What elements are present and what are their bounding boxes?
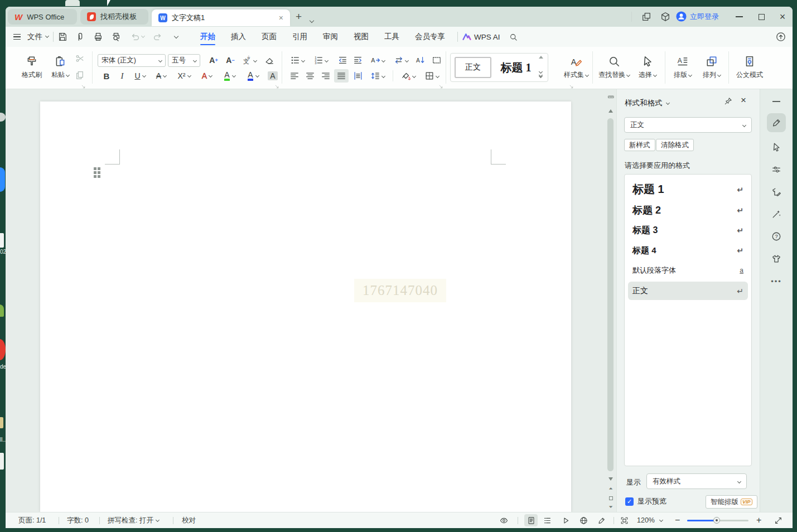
undo-button[interactable] <box>131 32 141 42</box>
char-shading-button[interactable]: A <box>265 69 280 83</box>
menu-review[interactable]: 审阅 <box>315 27 346 47</box>
bold-button[interactable]: B <box>99 69 114 83</box>
desktop-icon-fragment[interactable] <box>0 339 6 360</box>
workspace-cube-icon[interactable] <box>660 12 670 22</box>
word-count[interactable]: 字数: 0 <box>67 512 89 528</box>
scrollbar-thumb[interactable] <box>607 118 614 471</box>
print-button[interactable] <box>93 32 103 42</box>
desktop-icon-fragment[interactable] <box>0 453 4 470</box>
find-replace-button[interactable]: 查找替换 <box>596 50 632 85</box>
smart-typeset-button[interactable]: 智能排版 VIP <box>706 495 757 509</box>
undo-chevron-icon[interactable] <box>141 34 145 38</box>
numbered-list-button[interactable] <box>311 54 331 67</box>
panel-title[interactable]: 样式和格式 <box>625 98 669 108</box>
close-panel-icon[interactable]: × <box>741 95 746 106</box>
align-left-button[interactable] <box>287 69 302 83</box>
page-view-button[interactable] <box>524 514 538 526</box>
current-style-select[interactable]: 正文 <box>624 117 752 133</box>
preview-eye-icon[interactable] <box>500 512 508 528</box>
italic-button[interactable]: I <box>115 69 129 83</box>
desktop-icon-fragment[interactable] <box>0 167 5 192</box>
sort-button[interactable] <box>413 54 428 67</box>
login-button[interactable]: 立即登录 <box>676 11 719 22</box>
ink-pen-button[interactable] <box>597 512 606 528</box>
pinyin-guide-button[interactable] <box>240 54 259 67</box>
export-pdf-button[interactable] <box>75 32 85 42</box>
shrink-font-button[interactable]: A− <box>223 54 238 67</box>
desktop-icon-fragment[interactable] <box>0 233 4 248</box>
menu-page[interactable]: 页面 <box>254 27 284 47</box>
justify-button[interactable] <box>334 69 349 83</box>
checkbox-checked-icon[interactable]: ✓ <box>625 497 634 506</box>
panel-title-chevron-icon[interactable] <box>665 100 669 104</box>
font-color-button[interactable]: A <box>243 69 263 83</box>
arrange-button[interactable]: 排列 <box>697 50 726 85</box>
new-style-button[interactable]: 新样式 <box>624 139 655 151</box>
cut-button[interactable] <box>75 54 85 64</box>
zoom-slider-thumb[interactable] <box>713 517 720 524</box>
zoom-level[interactable]: 120% <box>637 512 663 528</box>
proofread-button[interactable]: 校对 <box>182 512 196 528</box>
spellcheck-status[interactable]: 拼写检查: 打开 <box>108 512 159 528</box>
menu-view[interactable]: 视图 <box>346 27 376 47</box>
scroll-down-icon[interactable] <box>606 475 615 483</box>
desktop-icon-fragment[interactable] <box>0 417 3 428</box>
borders-button[interactable] <box>422 69 442 83</box>
increase-indent-button[interactable] <box>351 54 365 67</box>
format-painter-button[interactable]: 格式刷 <box>17 50 46 85</box>
close-tab-icon[interactable]: × <box>279 13 283 22</box>
skin-center-icon[interactable] <box>767 249 786 268</box>
grow-font-button[interactable]: A+ <box>206 54 221 67</box>
menu-tools[interactable]: 工具 <box>376 27 407 47</box>
select-button[interactable]: 选择 <box>634 50 661 85</box>
tab-wps-office[interactable]: W WPS Office <box>8 9 77 25</box>
text-effect-button[interactable]: A <box>197 69 216 83</box>
scroll-up-icon[interactable] <box>606 107 615 115</box>
font-size-select[interactable]: 五号 <box>168 54 200 67</box>
help-icon[interactable] <box>767 227 786 246</box>
line-spacing-button[interactable] <box>368 69 388 83</box>
new-tab-button[interactable]: + <box>296 11 302 23</box>
tab-docer-templates[interactable]: 找稻壳模板 <box>80 9 148 25</box>
text-direction-button[interactable] <box>391 54 411 67</box>
copy-button[interactable] <box>75 70 85 80</box>
font-group-expand-icon[interactable] <box>274 81 279 86</box>
grid-setting-button[interactable] <box>429 54 444 67</box>
skin-edit-icon[interactable] <box>767 182 786 201</box>
next-page-icon[interactable]: ⏷ <box>606 503 615 511</box>
gallery-scroll-up-icon[interactable] <box>539 56 543 59</box>
style-set-button[interactable]: 样式集 <box>562 50 591 85</box>
minimize-button[interactable] <box>728 7 750 27</box>
menu-member[interactable]: 会员专享 <box>407 27 453 47</box>
zoom-out-button[interactable]: − <box>675 512 680 528</box>
properties-sliders-icon[interactable] <box>767 160 786 179</box>
maximize-button[interactable] <box>750 7 772 27</box>
shading-color-button[interactable] <box>398 69 418 83</box>
print-preview-button[interactable] <box>111 32 121 42</box>
search-icon[interactable] <box>509 33 518 41</box>
menu-home[interactable]: 开始 <box>192 27 223 47</box>
clear-format-button[interactable] <box>262 54 277 67</box>
fit-page-button[interactable] <box>620 512 629 528</box>
tab-document[interactable]: W 文字文稿1 × <box>152 9 290 26</box>
page-indicator[interactable]: 页面: 1/1 <box>18 512 46 528</box>
wps-ai-button[interactable]: WPS AI <box>462 33 500 41</box>
more-options-icon[interactable]: ••• <box>767 272 786 291</box>
typeset-button[interactable]: 排版 <box>668 50 697 85</box>
underline-button[interactable]: U <box>131 69 149 83</box>
save-button[interactable] <box>57 32 67 42</box>
clear-format-button[interactable]: 清除格式 <box>656 139 694 151</box>
collapse-sidebar-icon[interactable] <box>767 96 786 107</box>
zoom-in-button[interactable]: + <box>756 512 761 528</box>
strikethrough-button[interactable]: A <box>152 69 171 83</box>
desktop-icon-fragment[interactable] <box>0 113 6 122</box>
menu-reference[interactable]: 引用 <box>284 27 315 47</box>
pin-panel-icon[interactable] <box>724 97 732 105</box>
desktop-icon-fragment[interactable] <box>0 304 4 317</box>
style-item-heading3[interactable]: 标题 3↵ <box>625 220 751 240</box>
distribute-button[interactable] <box>351 69 365 83</box>
gallery-expand-icon[interactable] <box>539 74 542 78</box>
file-menu-chevron-icon[interactable] <box>45 34 49 38</box>
font-name-select[interactable]: 宋体 (正文) <box>98 54 166 67</box>
previous-page-icon[interactable]: ⏶ <box>606 485 615 492</box>
